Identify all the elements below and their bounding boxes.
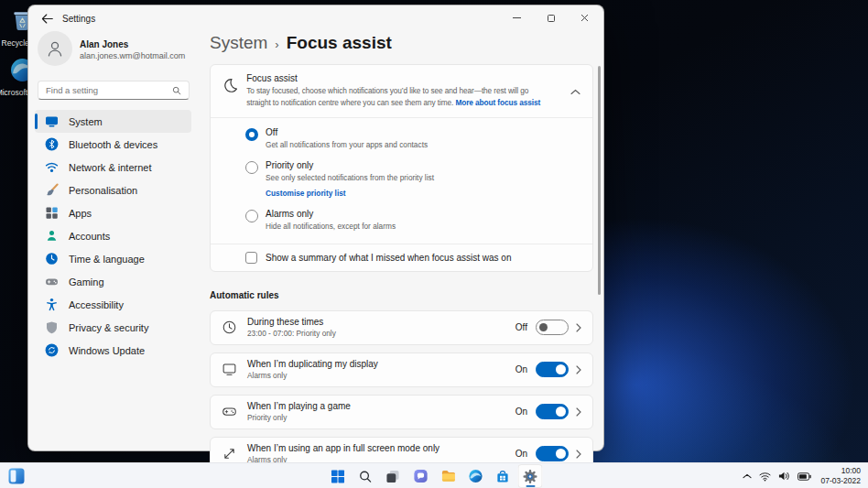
focus-options: Off Get all notifications from your apps… — [211, 117, 592, 244]
checkbox-icon[interactable] — [245, 252, 257, 264]
radio-option-alarms-only[interactable]: Alarms only Hide all notifications, exce… — [211, 209, 592, 231]
radio-icon[interactable] — [245, 161, 258, 174]
focus-assist-header[interactable]: Focus assist To stay focused, choose whi… — [211, 65, 592, 117]
automatic-rules-list: During these times 23:00 - 07:00: Priori… — [210, 310, 593, 472]
file-explorer-button[interactable] — [436, 464, 461, 488]
scrollbar[interactable] — [598, 66, 601, 295]
taskbar-search-button[interactable] — [353, 464, 378, 488]
update-icon — [45, 343, 59, 357]
summary-checkbox-row[interactable]: Show a summary of what I missed when foc… — [211, 244, 592, 271]
monitor-icon — [222, 362, 238, 377]
minimize-button[interactable] — [500, 5, 534, 30]
radio-icon[interactable] — [245, 128, 258, 141]
sidebar-item-label: Network & internet — [69, 162, 151, 173]
brush-icon — [45, 183, 59, 197]
collapse-button[interactable] — [570, 82, 580, 99]
sidebar-item-label: Apps — [69, 208, 92, 219]
minimize-icon — [513, 17, 521, 18]
toggle-switch[interactable] — [536, 362, 569, 377]
search-icon — [172, 86, 181, 95]
toggle-knob — [556, 449, 566, 459]
sidebar-item-network-internet[interactable]: Network & internet — [35, 156, 191, 179]
chat-icon — [413, 469, 428, 483]
start-icon — [331, 470, 345, 483]
radio-option-off[interactable]: Off Get all notifications from your apps… — [211, 127, 592, 149]
search-input[interactable]: Find a setting — [38, 81, 190, 100]
search-placeholder: Find a setting — [46, 85, 172, 95]
radio-option-label: Off — [266, 127, 428, 137]
fullscreen-icon — [222, 446, 238, 461]
tray-chevron-up-button[interactable] — [743, 473, 752, 479]
profile[interactable]: Alan Jones alan.jones.wm@hotmail.com — [80, 39, 185, 60]
radio-option-description: See only selected notifications from the… — [266, 173, 434, 182]
toggle-switch[interactable] — [536, 446, 569, 461]
active-app-indicator — [526, 485, 535, 488]
wifi-icon — [45, 160, 59, 174]
avatar[interactable] — [38, 31, 72, 66]
system-tray: 10:00 07-03-2022 — [743, 463, 861, 488]
radio-icon[interactable] — [245, 210, 258, 222]
store-icon — [496, 470, 510, 483]
main-content: Focus assist To stay focused, choose whi… — [210, 64, 593, 472]
maximize-button[interactable] — [534, 5, 568, 30]
sidebar-item-windows-update[interactable]: Windows Update — [35, 339, 191, 362]
close-button[interactable] — [568, 5, 602, 30]
volume-icon[interactable] — [778, 471, 790, 482]
rule-title: When I’m duplicating my display — [247, 359, 515, 369]
rule-duplicating-display[interactable]: When I’m duplicating my display Alarms o… — [210, 352, 593, 387]
toggle-state-label: On — [515, 449, 527, 459]
widgets-icon — [7, 467, 26, 485]
start-button[interactable] — [326, 464, 351, 488]
sidebar-item-gaming[interactable]: Gaming — [35, 270, 191, 293]
back-arrow-icon — [41, 14, 53, 24]
taskbar-clock[interactable]: 10:00 07-03-2022 — [821, 466, 861, 486]
battery-icon[interactable] — [797, 472, 811, 481]
task-view-button[interactable] — [381, 464, 406, 488]
radio-option-description: Get all notifications from your apps and… — [266, 140, 428, 149]
toggle-state-label: On — [515, 364, 527, 374]
focus-assist-description: To stay focused, choose which notificati… — [246, 85, 554, 109]
edge-button[interactable] — [463, 464, 488, 488]
wifi-icon[interactable] — [759, 472, 771, 482]
chevron-right-icon — [576, 323, 581, 332]
edge-icon — [468, 469, 483, 483]
sidebar-item-apps[interactable]: Apps — [35, 201, 191, 224]
sidebar-item-privacy-security[interactable]: Privacy & security — [35, 316, 191, 339]
taskbar-settings-button[interactable] — [518, 464, 543, 488]
clock-globe-icon — [45, 252, 59, 266]
rule-title: During these times — [247, 317, 515, 327]
person-icon — [45, 38, 65, 59]
breadcrumb-parent[interactable]: System — [210, 33, 267, 53]
sidebar-item-bluetooth-devices[interactable]: Bluetooth & devices — [35, 133, 191, 156]
breadcrumb: System › Focus assist — [210, 33, 392, 53]
titlebar: Settings — [28, 5, 603, 31]
toggle-switch[interactable] — [536, 404, 569, 419]
chat-button[interactable] — [408, 464, 433, 488]
automatic-rules-heading: Automatic rules — [210, 290, 593, 300]
toggle-state-label: On — [515, 407, 527, 417]
clock-time: 10:00 — [821, 466, 861, 476]
widgets-button[interactable] — [7, 467, 26, 485]
rule-during-these-times[interactable]: During these times 23:00 - 07:00: Priori… — [210, 310, 593, 345]
chevron-up-icon — [570, 89, 580, 95]
more-about-focus-assist-link[interactable]: More about focus assist — [455, 98, 540, 107]
toggle-switch[interactable] — [536, 320, 569, 335]
rule-playing-a-game[interactable]: When I’m playing a game Priority only On — [210, 395, 593, 429]
selected-indicator — [35, 114, 38, 129]
store-button[interactable] — [491, 464, 515, 488]
back-button[interactable] — [39, 12, 54, 25]
gamepad-icon — [45, 275, 59, 288]
sidebar-item-personalisation[interactable]: Personalisation — [35, 179, 191, 201]
profile-name: Alan Jones — [80, 39, 185, 49]
sidebar-item-system[interactable]: System — [35, 110, 191, 133]
sidebar-item-accounts[interactable]: Accounts — [35, 224, 191, 247]
radio-option-priority-only[interactable]: Priority only See only selected notifica… — [211, 160, 592, 198]
sidebar-item-time-language[interactable]: Time & language — [35, 247, 191, 270]
sidebar-item-label: Personalisation — [69, 185, 137, 196]
sidebar-item-accessibility[interactable]: Accessibility — [35, 293, 191, 316]
customise-priority-list-link[interactable]: Customise priority list — [266, 189, 434, 198]
window-title: Settings — [62, 14, 95, 24]
rule-subtitle: 23:00 - 07:00: Priority only — [247, 329, 515, 338]
radio-option-description: Hide all notifications, except for alarm… — [266, 222, 396, 231]
person-icon — [45, 229, 59, 243]
